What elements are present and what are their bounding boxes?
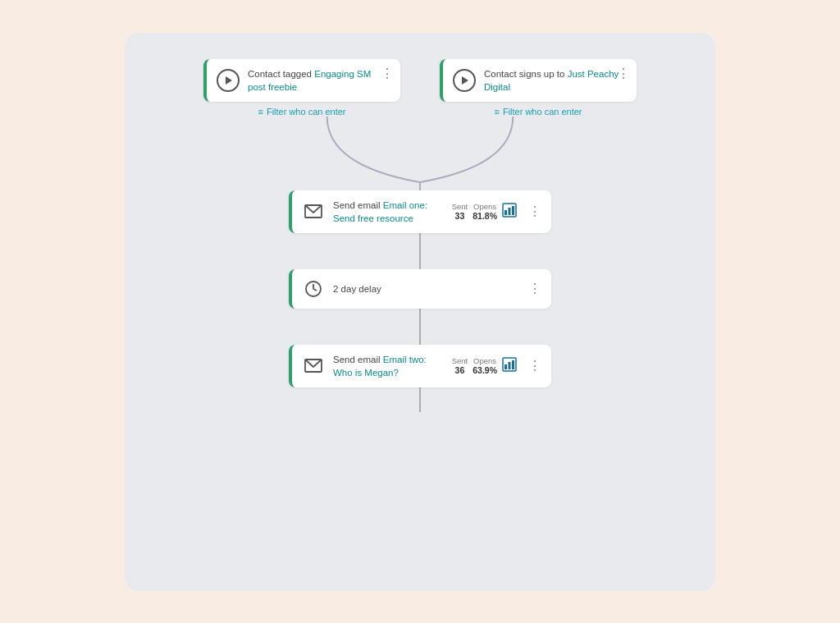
step-3-sent-value: 36 xyxy=(455,365,465,375)
svg-rect-3 xyxy=(504,210,507,215)
filter-link-1[interactable]: ≡ Filter who can enter xyxy=(203,107,400,117)
play-icon-2 xyxy=(453,69,476,92)
step-3-stats: Sent 36 Opens 63.9% xyxy=(452,356,517,375)
delay-text: 2 day delay xyxy=(333,282,517,295)
chart-icon-1[interactable] xyxy=(502,203,517,221)
workflow-canvas: Contact tagged Engaging SM post freebie … xyxy=(125,33,715,591)
trigger-card-1[interactable]: Contact tagged Engaging SM post freebie … xyxy=(203,59,400,102)
step-3-opens-group: Opens 63.9% xyxy=(472,356,497,375)
trigger-2-more-icon[interactable]: ⋮ xyxy=(617,66,630,81)
step-1-prefix: Send email xyxy=(333,200,381,210)
trigger-1-text: Contact tagged Engaging SM post freebie xyxy=(248,67,390,94)
chart-icon-2[interactable] xyxy=(502,357,517,375)
merge-svg xyxy=(141,117,699,190)
connector-2 xyxy=(419,309,421,345)
step-1-opens-value: 81.8% xyxy=(472,211,497,221)
step-3-highlight: Email two: xyxy=(383,355,427,364)
trigger-card-2[interactable]: Contact signs up to Just Peachy Digital … xyxy=(440,59,637,102)
step-3-more-icon[interactable]: ⋮ xyxy=(528,358,541,373)
step-1-sent-label: Sent xyxy=(452,202,468,211)
trigger-1-prefix: Contact tagged xyxy=(248,69,312,79)
svg-rect-5 xyxy=(512,206,514,215)
step-1-more-icon[interactable]: ⋮ xyxy=(528,204,541,219)
step-3-opens-label: Opens xyxy=(473,356,496,365)
step-1-sent-value: 33 xyxy=(455,211,465,221)
envelope-icon-2 xyxy=(302,355,325,378)
step-3-sent-label: Sent xyxy=(452,356,468,365)
play-triangle-1 xyxy=(226,76,232,85)
step-3-subtitle: Who is Megan? xyxy=(333,368,399,378)
delay-more-icon[interactable]: ⋮ xyxy=(528,281,541,296)
step-1-text: Send email Email one: Send free resource xyxy=(333,199,444,225)
svg-rect-11 xyxy=(504,364,507,369)
envelope-icon-1 xyxy=(302,200,325,223)
svg-rect-13 xyxy=(512,360,514,369)
connector-3 xyxy=(419,387,421,412)
filter-label-2: Filter who can enter xyxy=(503,107,582,117)
trigger-2-text: Contact signs up to Just Peachy Digital xyxy=(484,67,627,94)
trigger-row: Contact tagged Engaging SM post freebie … xyxy=(141,59,699,102)
step-3-opens-value: 63.9% xyxy=(472,365,497,375)
play-icon-1 xyxy=(217,69,240,92)
filter-row: ≡ Filter who can enter ≡ Filter who can … xyxy=(141,107,699,117)
step-1-sent-group: Sent 33 xyxy=(452,202,468,221)
step-1-opens-group: Opens 81.8% xyxy=(472,202,497,221)
svg-rect-12 xyxy=(509,362,511,369)
step-card-email-1[interactable]: Send email Email one: Send free resource… xyxy=(289,190,551,233)
filter-label-1: Filter who can enter xyxy=(267,107,346,117)
filter-icon-2: ≡ xyxy=(494,107,499,117)
step-1-subtitle: Send free resource xyxy=(333,213,413,223)
filter-link-2[interactable]: ≡ Filter who can enter xyxy=(440,107,637,117)
step-3-prefix: Send email xyxy=(333,355,381,364)
filter-icon-1: ≡ xyxy=(258,107,262,117)
play-triangle-2 xyxy=(462,76,468,85)
svg-rect-4 xyxy=(509,208,511,215)
trigger-2-prefix: Contact signs up to xyxy=(484,69,564,79)
trigger-1-more-icon[interactable]: ⋮ xyxy=(381,66,394,81)
step-1-highlight: Email one: xyxy=(383,200,427,210)
step-3-text: Send email Email two: Who is Megan? xyxy=(333,353,444,379)
connector-1 xyxy=(419,233,421,269)
step-card-email-2[interactable]: Send email Email two: Who is Megan? Sent… xyxy=(289,345,551,387)
step-section: Send email Email one: Send free resource… xyxy=(141,190,699,412)
merge-area xyxy=(141,117,699,190)
clock-icon xyxy=(302,277,325,300)
step-1-stats: Sent 33 Opens 81.8% xyxy=(452,202,517,221)
svg-line-8 xyxy=(313,289,317,291)
step-3-sent-group: Sent 36 xyxy=(452,356,468,375)
step-1-opens-label: Opens xyxy=(473,202,496,211)
step-card-delay[interactable]: 2 day delay ⋮ xyxy=(289,269,551,309)
delay-label: 2 day delay xyxy=(333,284,381,294)
